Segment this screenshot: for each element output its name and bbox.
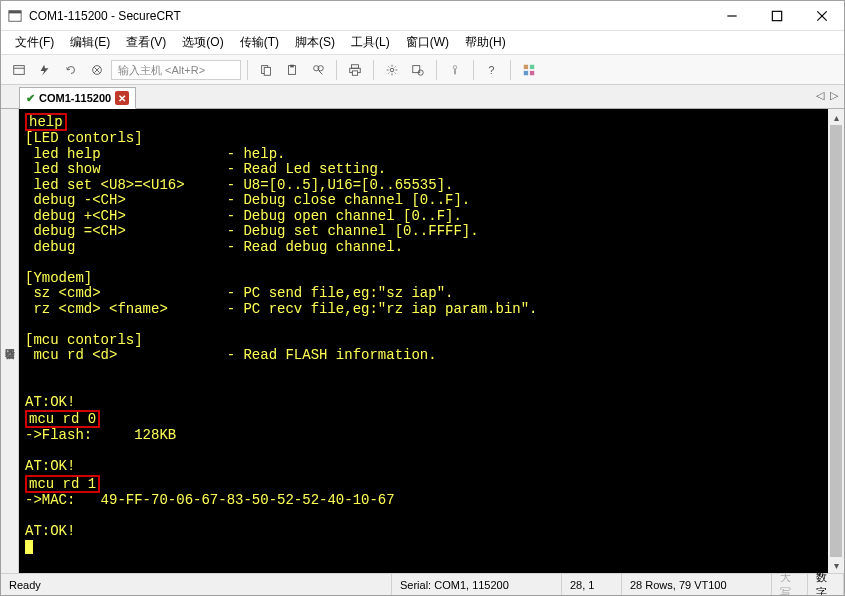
svg-rect-6	[14, 65, 25, 74]
maximize-button[interactable]	[754, 1, 799, 31]
terminal[interactable]: help [LED contorls] led help - help. led…	[19, 109, 844, 573]
menu-tools[interactable]: 工具(L)	[345, 32, 396, 53]
tab-prev-icon[interactable]: ◁	[816, 89, 824, 102]
status-serial: Serial: COM1, 115200	[392, 574, 562, 595]
toolbar-separator	[336, 60, 337, 80]
tab-close-icon[interactable]: ✕	[115, 91, 129, 105]
toolbar-separator	[473, 60, 474, 80]
menu-transfer[interactable]: 传输(T)	[234, 32, 285, 53]
status-rows: 28 Rows, 79 VT100	[622, 574, 772, 595]
app-icon	[7, 8, 23, 24]
check-icon: ✔	[26, 92, 35, 105]
status-caps: 大写	[772, 574, 808, 595]
menu-view[interactable]: 查看(V)	[120, 32, 172, 53]
svg-rect-25	[524, 64, 528, 68]
toolbar-separator	[373, 60, 374, 80]
host-input[interactable]: 输入主机 <Alt+R>	[111, 60, 241, 80]
toolbar-print-icon[interactable]	[343, 58, 367, 82]
toolbar-find-icon[interactable]	[306, 58, 330, 82]
status-cursor: 28, 1	[562, 574, 622, 595]
svg-rect-28	[530, 70, 534, 74]
menu-edit[interactable]: 编辑(E)	[64, 32, 116, 53]
tab-session[interactable]: ✔ COM1-115200 ✕	[19, 87, 136, 109]
toolbar-separator	[247, 60, 248, 80]
toolbar-connect-icon[interactable]	[7, 58, 31, 82]
toolbar-disconnect-icon[interactable]	[85, 58, 109, 82]
svg-rect-23	[454, 69, 456, 74]
minimize-button[interactable]	[709, 1, 754, 31]
scroll-thumb[interactable]	[830, 125, 842, 557]
toolbar-copy-icon[interactable]	[254, 58, 278, 82]
tabbar: ✔ COM1-115200 ✕ ◁ ▷	[1, 85, 844, 109]
menu-help[interactable]: 帮助(H)	[459, 32, 512, 53]
titlebar: COM1-115200 - SecureCRT	[1, 1, 844, 31]
toolbar-help-icon[interactable]: ?	[480, 58, 504, 82]
toolbar-grid-icon[interactable]	[517, 58, 541, 82]
toolbar-options-icon[interactable]	[380, 58, 404, 82]
toolbar: 输入主机 <Alt+R> ?	[1, 55, 844, 85]
toolbar-session-options-icon[interactable]	[406, 58, 430, 82]
status-ready: Ready	[1, 574, 392, 595]
scroll-down-icon[interactable]: ▾	[828, 557, 844, 573]
status-num: 数字	[808, 574, 844, 595]
menubar: 文件(F) 编辑(E) 查看(V) 选项(O) 传输(T) 脚本(S) 工具(L…	[1, 31, 844, 55]
tab-next-icon[interactable]: ▷	[830, 89, 838, 102]
svg-rect-26	[530, 64, 534, 68]
svg-rect-27	[524, 70, 528, 74]
svg-rect-1	[9, 10, 21, 13]
tab-nav: ◁ ▷	[816, 89, 838, 102]
toolbar-quick-connect-icon[interactable]	[33, 58, 57, 82]
close-button[interactable]	[799, 1, 844, 31]
svg-rect-12	[290, 64, 294, 67]
svg-rect-3	[772, 11, 781, 20]
menu-options[interactable]: 选项(O)	[176, 32, 229, 53]
svg-rect-16	[352, 64, 359, 68]
menu-file[interactable]: 文件(F)	[9, 32, 60, 53]
toolbar-keymap-icon[interactable]	[443, 58, 467, 82]
menu-window[interactable]: 窗口(W)	[400, 32, 455, 53]
svg-line-14	[319, 70, 323, 74]
svg-rect-18	[352, 70, 357, 74]
toolbar-separator	[510, 60, 511, 80]
toolbar-reconnect-icon[interactable]	[59, 58, 83, 82]
scrollbar[interactable]: ▴ ▾	[828, 109, 844, 573]
svg-rect-10	[264, 67, 270, 75]
tab-label: COM1-115200	[39, 92, 111, 104]
window-title: COM1-115200 - SecureCRT	[29, 9, 709, 23]
toolbar-separator	[436, 60, 437, 80]
main-area: 会话管理器 help [LED contorls] led help - hel…	[1, 109, 844, 573]
svg-text:?: ?	[489, 63, 495, 75]
session-manager-sidebar[interactable]: 会话管理器	[1, 109, 19, 573]
statusbar: Ready Serial: COM1, 115200 28, 1 28 Rows…	[1, 573, 844, 595]
svg-point-22	[453, 65, 457, 69]
svg-point-19	[390, 68, 394, 72]
scroll-up-icon[interactable]: ▴	[828, 109, 844, 125]
menu-script[interactable]: 脚本(S)	[289, 32, 341, 53]
toolbar-paste-icon[interactable]	[280, 58, 304, 82]
